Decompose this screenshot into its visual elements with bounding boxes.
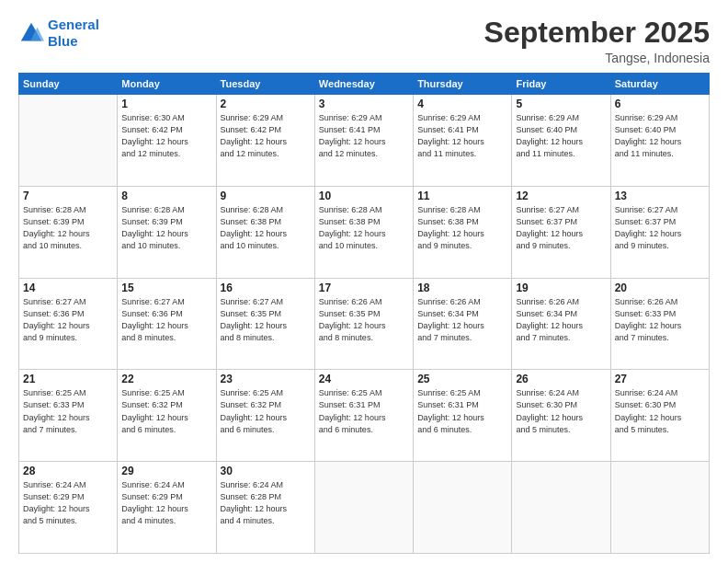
- day-number: 2: [221, 98, 311, 110]
- logo-line1: General: [48, 17, 99, 32]
- day-number: 17: [319, 282, 409, 294]
- header: General Blue September 2025 Tangse, Indo…: [18, 17, 710, 65]
- calendar-cell: 16Sunrise: 6:27 AM Sunset: 6:35 PM Dayli…: [216, 278, 314, 370]
- calendar-cell: 5Sunrise: 6:29 AM Sunset: 6:40 PM Daylig…: [512, 95, 610, 187]
- calendar-cell: 4Sunrise: 6:29 AM Sunset: 6:41 PM Daylig…: [414, 95, 512, 187]
- calendar-cell: 28Sunrise: 6:24 AM Sunset: 6:29 PM Dayli…: [19, 462, 118, 554]
- day-number: 23: [221, 373, 311, 385]
- calendar-cell: 19Sunrise: 6:26 AM Sunset: 6:34 PM Dayli…: [512, 278, 610, 370]
- day-info: Sunrise: 6:26 AM Sunset: 6:34 PM Dayligh…: [516, 296, 606, 344]
- day-info: Sunrise: 6:28 AM Sunset: 6:39 PM Dayligh…: [121, 204, 211, 252]
- day-number: 3: [319, 98, 409, 110]
- calendar-week-4: 21Sunrise: 6:25 AM Sunset: 6:33 PM Dayli…: [19, 370, 710, 462]
- calendar-cell: 25Sunrise: 6:25 AM Sunset: 6:31 PM Dayli…: [414, 370, 512, 462]
- day-number: 26: [516, 373, 606, 385]
- calendar-cell: 11Sunrise: 6:28 AM Sunset: 6:38 PM Dayli…: [414, 186, 512, 278]
- calendar-header-wednesday: Wednesday: [314, 74, 413, 95]
- logo-text: General Blue: [48, 17, 99, 50]
- calendar-header-row: SundayMondayTuesdayWednesdayThursdayFrid…: [19, 74, 710, 95]
- calendar-cell: 8Sunrise: 6:28 AM Sunset: 6:39 PM Daylig…: [118, 186, 216, 278]
- day-number: 11: [417, 190, 507, 202]
- day-info: Sunrise: 6:27 AM Sunset: 6:36 PM Dayligh…: [121, 296, 211, 344]
- day-number: 29: [121, 465, 211, 477]
- calendar-cell: 30Sunrise: 6:24 AM Sunset: 6:28 PM Dayli…: [216, 462, 314, 554]
- calendar-cell: 3Sunrise: 6:29 AM Sunset: 6:41 PM Daylig…: [314, 95, 413, 187]
- calendar-cell: 13Sunrise: 6:27 AM Sunset: 6:37 PM Dayli…: [610, 186, 709, 278]
- calendar-cell: 14Sunrise: 6:27 AM Sunset: 6:36 PM Dayli…: [19, 278, 118, 370]
- day-info: Sunrise: 6:25 AM Sunset: 6:31 PM Dayligh…: [417, 387, 507, 435]
- day-number: 30: [221, 465, 311, 477]
- calendar-week-1: 1Sunrise: 6:30 AM Sunset: 6:42 PM Daylig…: [19, 95, 710, 187]
- day-info: Sunrise: 6:27 AM Sunset: 6:37 PM Dayligh…: [615, 204, 705, 252]
- calendar-cell: 15Sunrise: 6:27 AM Sunset: 6:36 PM Dayli…: [118, 278, 216, 370]
- calendar-cell: 22Sunrise: 6:25 AM Sunset: 6:32 PM Dayli…: [118, 370, 216, 462]
- calendar-cell: 18Sunrise: 6:26 AM Sunset: 6:34 PM Dayli…: [414, 278, 512, 370]
- calendar-cell: 12Sunrise: 6:27 AM Sunset: 6:37 PM Dayli…: [512, 186, 610, 278]
- calendar-cell: 17Sunrise: 6:26 AM Sunset: 6:35 PM Dayli…: [314, 278, 413, 370]
- day-number: 20: [615, 282, 705, 294]
- calendar-cell: 10Sunrise: 6:28 AM Sunset: 6:38 PM Dayli…: [314, 186, 413, 278]
- logo: General Blue: [18, 17, 99, 50]
- day-info: Sunrise: 6:27 AM Sunset: 6:37 PM Dayligh…: [516, 204, 606, 252]
- day-info: Sunrise: 6:30 AM Sunset: 6:42 PM Dayligh…: [121, 112, 211, 160]
- calendar-cell: [414, 462, 512, 554]
- day-number: 27: [615, 373, 705, 385]
- calendar-cell: 21Sunrise: 6:25 AM Sunset: 6:33 PM Dayli…: [19, 370, 118, 462]
- day-info: Sunrise: 6:24 AM Sunset: 6:29 PM Dayligh…: [23, 479, 113, 527]
- day-number: 6: [615, 98, 705, 110]
- day-info: Sunrise: 6:26 AM Sunset: 6:35 PM Dayligh…: [319, 296, 409, 344]
- day-info: Sunrise: 6:24 AM Sunset: 6:30 PM Dayligh…: [615, 387, 705, 435]
- day-number: 12: [516, 190, 606, 202]
- main-title: September 2025: [484, 17, 710, 49]
- calendar-cell: 2Sunrise: 6:29 AM Sunset: 6:42 PM Daylig…: [216, 95, 314, 187]
- calendar-cell: 26Sunrise: 6:24 AM Sunset: 6:30 PM Dayli…: [512, 370, 610, 462]
- day-info: Sunrise: 6:26 AM Sunset: 6:33 PM Dayligh…: [615, 296, 705, 344]
- day-number: 21: [23, 373, 113, 385]
- calendar-week-5: 28Sunrise: 6:24 AM Sunset: 6:29 PM Dayli…: [19, 462, 710, 554]
- day-info: Sunrise: 6:29 AM Sunset: 6:41 PM Dayligh…: [319, 112, 409, 160]
- logo-line2: Blue: [48, 33, 78, 49]
- day-info: Sunrise: 6:28 AM Sunset: 6:38 PM Dayligh…: [417, 204, 507, 252]
- subtitle: Tangse, Indonesia: [484, 51, 710, 65]
- day-info: Sunrise: 6:28 AM Sunset: 6:38 PM Dayligh…: [319, 204, 409, 252]
- day-number: 9: [221, 190, 311, 202]
- day-info: Sunrise: 6:25 AM Sunset: 6:31 PM Dayligh…: [319, 387, 409, 435]
- calendar-header-tuesday: Tuesday: [216, 74, 314, 95]
- day-info: Sunrise: 6:25 AM Sunset: 6:32 PM Dayligh…: [121, 387, 211, 435]
- day-info: Sunrise: 6:29 AM Sunset: 6:40 PM Dayligh…: [615, 112, 705, 160]
- day-number: 7: [23, 190, 113, 202]
- calendar-cell: 6Sunrise: 6:29 AM Sunset: 6:40 PM Daylig…: [610, 95, 709, 187]
- calendar-week-3: 14Sunrise: 6:27 AM Sunset: 6:36 PM Dayli…: [19, 278, 710, 370]
- day-info: Sunrise: 6:25 AM Sunset: 6:32 PM Dayligh…: [221, 387, 311, 435]
- day-info: Sunrise: 6:26 AM Sunset: 6:34 PM Dayligh…: [417, 296, 507, 344]
- day-info: Sunrise: 6:29 AM Sunset: 6:40 PM Dayligh…: [516, 112, 606, 160]
- calendar-header-monday: Monday: [118, 74, 216, 95]
- day-info: Sunrise: 6:24 AM Sunset: 6:30 PM Dayligh…: [516, 387, 606, 435]
- day-info: Sunrise: 6:27 AM Sunset: 6:36 PM Dayligh…: [23, 296, 113, 344]
- calendar-header-sunday: Sunday: [19, 74, 118, 95]
- day-number: 22: [121, 373, 211, 385]
- day-number: 24: [319, 373, 409, 385]
- day-info: Sunrise: 6:28 AM Sunset: 6:39 PM Dayligh…: [23, 204, 113, 252]
- calendar-cell: [512, 462, 610, 554]
- day-number: 16: [221, 282, 311, 294]
- calendar-cell: [610, 462, 709, 554]
- day-info: Sunrise: 6:28 AM Sunset: 6:38 PM Dayligh…: [221, 204, 311, 252]
- calendar-cell: 23Sunrise: 6:25 AM Sunset: 6:32 PM Dayli…: [216, 370, 314, 462]
- calendar-cell: 29Sunrise: 6:24 AM Sunset: 6:29 PM Dayli…: [118, 462, 216, 554]
- day-number: 28: [23, 465, 113, 477]
- calendar-header-friday: Friday: [512, 74, 610, 95]
- day-number: 10: [319, 190, 409, 202]
- day-number: 1: [121, 98, 211, 110]
- logo-icon: [18, 20, 44, 46]
- day-number: 19: [516, 282, 606, 294]
- title-block: September 2025 Tangse, Indonesia: [484, 17, 710, 65]
- calendar-table: SundayMondayTuesdayWednesdayThursdayFrid…: [18, 73, 710, 554]
- day-info: Sunrise: 6:29 AM Sunset: 6:41 PM Dayligh…: [417, 112, 507, 160]
- day-number: 5: [516, 98, 606, 110]
- day-info: Sunrise: 6:27 AM Sunset: 6:35 PM Dayligh…: [221, 296, 311, 344]
- day-number: 25: [417, 373, 507, 385]
- calendar-cell: [314, 462, 413, 554]
- day-info: Sunrise: 6:24 AM Sunset: 6:29 PM Dayligh…: [121, 479, 211, 527]
- day-number: 15: [121, 282, 211, 294]
